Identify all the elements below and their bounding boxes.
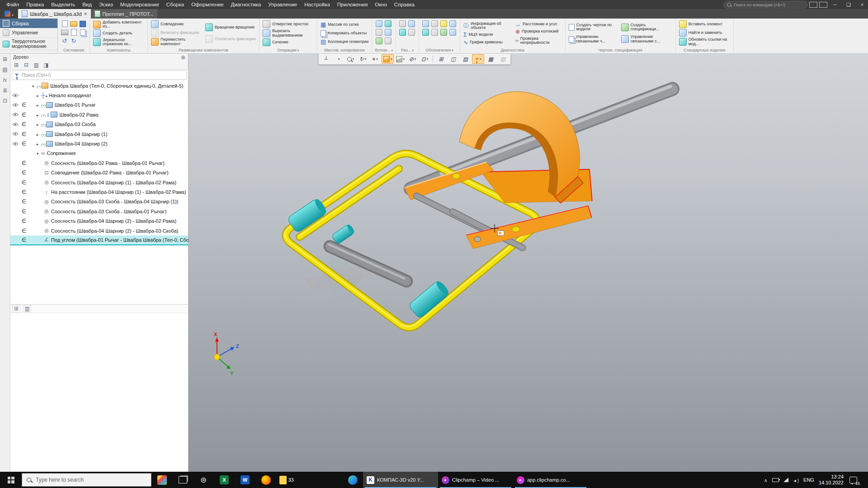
taskbar-search-input[interactable] (35, 476, 127, 483)
visibility-eye-icon[interactable] (12, 122, 19, 127)
grid-array-button[interactable]: Массив по сетке (320, 22, 370, 28)
menu-file[interactable]: Файл (3, 0, 23, 9)
structure-tab-icon[interactable] (23, 305, 31, 312)
taskbar-photos-app[interactable] (151, 472, 172, 488)
collapse-arrow-icon[interactable] (37, 150, 41, 156)
leader-icon[interactable] (440, 29, 447, 36)
menu-sketch[interactable]: Эскиз (95, 0, 117, 9)
print-icon[interactable] (61, 30, 68, 35)
cut-extrude-button[interactable]: Вырезать выдавливанием (262, 29, 315, 38)
visibility-eye-icon[interactable] (12, 113, 19, 117)
task-manager-icon[interactable] (80, 29, 85, 36)
scene-settings-button[interactable] (419, 55, 430, 63)
mode-assembly[interactable]: Сборка (0, 19, 57, 28)
mass-properties-button[interactable]: МЦХ модели (462, 32, 513, 38)
collapse-arrow-icon[interactable] (32, 83, 37, 89)
minimize-button[interactable]: ─ (829, 0, 841, 9)
layout-split-icon[interactable] (819, 2, 827, 8)
new-document-icon[interactable] (62, 20, 68, 27)
tree-item-mate[interactable]: Соосность (Швабра-03 Скоба - Швабра-01 Р… (10, 206, 188, 216)
taskbar-excel[interactable] (214, 472, 235, 488)
mate-rotation-button[interactable]: Вращение-вращение (204, 23, 257, 31)
variables-panel-icon[interactable] (1, 76, 9, 84)
taskbar-app-kompas[interactable]: КОМПАС-3D v20 У... (363, 472, 438, 488)
taskbar-word[interactable] (235, 472, 255, 488)
language-indicator[interactable]: ENG (803, 477, 814, 483)
menu-applications[interactable]: Приложения (334, 0, 371, 9)
taskbar-firefox[interactable] (255, 472, 276, 488)
expand-arrow-icon[interactable] (37, 112, 41, 117)
dimension-icon[interactable] (422, 20, 429, 27)
taskbar-app-clipchamp-web[interactable]: app.clipchamp.co... (513, 472, 588, 488)
create-part-button[interactable]: Создать деталь (92, 29, 145, 37)
tree-item-component[interactable]: Швабра-04 Шарнир (1) (10, 129, 188, 139)
object-info-button[interactable]: Информация об объекте (462, 22, 513, 30)
redo-icon[interactable] (71, 38, 76, 44)
scale-icon[interactable] (408, 29, 415, 36)
speaker-icon[interactable] (793, 476, 799, 484)
copy-objects-button[interactable]: Копировать объекты (320, 30, 370, 37)
display-mode-button[interactable] (395, 55, 406, 63)
tree-item-component[interactable]: Швабра-01 Рычаг (10, 100, 188, 110)
tree-item-mate[interactable]: Соосность (Швабра-02 Рама - Швабра-01 Ры… (10, 158, 188, 168)
thread-icon[interactable] (449, 29, 456, 36)
visibility-eye-icon[interactable] (12, 103, 19, 107)
placement-mode-button[interactable] (321, 55, 332, 63)
taskbar-notes[interactable]: 33 (276, 472, 297, 488)
menu-window[interactable]: Окно (371, 0, 391, 9)
aux-point-icon[interactable] (376, 29, 382, 36)
find-replace-button[interactable]: Найти и заменить (678, 29, 731, 37)
create-spec-button[interactable]: Создать спецификаци... (620, 23, 673, 32)
compass-button[interactable] (333, 55, 344, 63)
split-icon[interactable] (399, 20, 406, 27)
continuity-check-button[interactable]: Проверка непрерывности (514, 37, 563, 45)
expand-arrow-icon[interactable] (37, 131, 41, 137)
close-tab-icon[interactable] (84, 11, 87, 17)
collision-check-button[interactable]: Проверка коллизий (514, 29, 563, 34)
grid-button[interactable] (485, 55, 496, 63)
taskbar-settings[interactable] (193, 472, 214, 488)
part-hinge-peg[interactable] (331, 223, 356, 244)
mirror-components-button[interactable]: Зеркальное отражение ко... (92, 38, 145, 47)
aux-spiral-icon[interactable] (385, 29, 392, 36)
tolerance-icon[interactable] (422, 29, 429, 36)
tree-tab-icon[interactable] (12, 305, 20, 312)
undo-icon[interactable] (62, 38, 67, 44)
tree-item-mate[interactable]: Соосность (Швабра-04 Шарнир (1) - Швабра… (10, 178, 188, 187)
menu-edit[interactable]: Правка (23, 0, 47, 9)
menu-modeling[interactable]: Моделирование (117, 0, 163, 9)
command-search[interactable] (723, 1, 807, 9)
insert-element-button[interactable]: Вставить элемент (678, 20, 731, 28)
model-canvas[interactable]: X Z Y (189, 54, 868, 472)
filter-objects-button[interactable] (472, 54, 484, 64)
zoom-button[interactable] (345, 55, 356, 63)
expand-arrow-icon[interactable] (37, 141, 41, 146)
aux-cs-icon[interactable] (385, 38, 392, 44)
battery-icon[interactable] (772, 478, 779, 482)
menu-management[interactable]: Управление (264, 0, 301, 9)
trim-icon[interactable] (408, 20, 415, 27)
tree-display-icon[interactable] (42, 61, 50, 68)
tree-composition-icon[interactable] (22, 61, 30, 68)
mode-management[interactable]: Управление (0, 28, 57, 38)
parameters-panel-icon[interactable] (1, 66, 9, 73)
tab-shvabra[interactable]: Швабра _ Швабра.a3d (18, 9, 91, 19)
menu-select[interactable]: Выделить (47, 0, 79, 9)
menu-view[interactable]: Вид (79, 0, 95, 9)
menu-assembly[interactable]: Сборка (163, 0, 188, 9)
datum-icon[interactable] (440, 20, 447, 27)
taskbar-app-clipchamp[interactable]: Clipchamp – Video ... (438, 472, 513, 488)
menu-diagnostics[interactable]: Диагностика (227, 0, 265, 9)
tray-chevron-icon[interactable] (764, 476, 768, 484)
tab-prototip[interactable]: Прототип _ ПРОТОТ... (91, 9, 157, 19)
tree-item-root[interactable]: Швабра Швабра (Тел-0, Сборочных единиц-0… (10, 81, 188, 90)
layout-single-icon[interactable] (809, 2, 817, 8)
tree-structure-icon[interactable] (12, 61, 20, 68)
tree-item-mates-folder[interactable]: Сопряжения (10, 149, 188, 158)
start-button[interactable] (0, 472, 22, 488)
clip-view-button[interactable] (435, 55, 447, 63)
curvature-graph-button[interactable]: График кривизны (462, 40, 513, 45)
restore-button[interactable]: ❏ (843, 0, 854, 9)
messages-panel-icon[interactable] (1, 97, 9, 104)
split-rows-button[interactable] (460, 55, 471, 63)
